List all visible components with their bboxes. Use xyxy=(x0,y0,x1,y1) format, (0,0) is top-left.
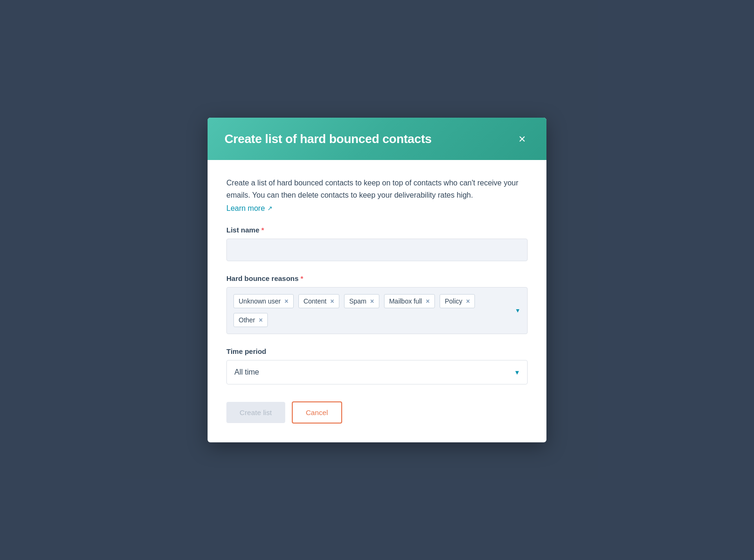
external-link-icon: ↗ xyxy=(267,205,273,212)
tags-container[interactable]: Unknown user×Content×Spam×Mailbox full×P… xyxy=(226,287,528,334)
hard-bounce-label: Hard bounce reasons * xyxy=(226,274,528,282)
tag-label-spam: Spam xyxy=(349,297,367,305)
learn-more-link[interactable]: Learn more ↗ xyxy=(226,204,273,213)
tag-mailbox-full: Mailbox full× xyxy=(384,294,435,308)
tag-spam: Spam× xyxy=(344,294,379,308)
tag-remove-other[interactable]: × xyxy=(259,317,263,323)
tag-unknown-user: Unknown user× xyxy=(233,294,294,308)
tag-label-unknown-user: Unknown user xyxy=(239,297,281,305)
modal-dialog: Create list of hard bounced contacts × C… xyxy=(208,118,546,442)
modal-body: Create a list of hard bounced contacts t… xyxy=(208,160,546,442)
required-star: * xyxy=(259,226,264,234)
create-list-button[interactable]: Create list xyxy=(226,402,285,423)
tag-label-policy: Policy xyxy=(445,297,462,305)
cancel-button[interactable]: Cancel xyxy=(292,401,342,424)
tag-remove-policy[interactable]: × xyxy=(466,298,470,304)
learn-more-label: Learn more xyxy=(226,204,265,213)
tags-dropdown-arrow: ▼ xyxy=(515,307,521,314)
tag-policy: Policy× xyxy=(440,294,475,308)
tag-label-content: Content xyxy=(304,297,327,305)
tag-label-mailbox-full: Mailbox full xyxy=(389,297,422,305)
tag-remove-content[interactable]: × xyxy=(330,298,334,304)
tag-other: Other× xyxy=(233,313,268,327)
list-name-input[interactable] xyxy=(226,239,528,261)
tag-remove-unknown-user[interactable]: × xyxy=(285,298,289,304)
time-period-select-wrapper: All timeLast 7 daysLast 30 daysLast 90 d… xyxy=(226,360,528,384)
modal-footer: Create list Cancel xyxy=(226,401,528,424)
time-period-label: Time period xyxy=(226,347,528,355)
hard-bounce-required-star: * xyxy=(298,274,303,282)
description-text: Create a list of hard bounced contacts t… xyxy=(226,177,528,201)
time-period-select[interactable]: All timeLast 7 daysLast 30 daysLast 90 d… xyxy=(226,360,528,384)
modal-header: Create list of hard bounced contacts × xyxy=(208,118,546,160)
tag-remove-spam[interactable]: × xyxy=(370,298,374,304)
close-button[interactable]: × xyxy=(515,131,529,147)
tag-remove-mailbox-full[interactable]: × xyxy=(426,298,430,304)
tag-content: Content× xyxy=(298,294,339,308)
tag-label-other: Other xyxy=(239,316,255,324)
list-name-label: List name * xyxy=(226,226,528,234)
modal-title: Create list of hard bounced contacts xyxy=(225,132,432,146)
